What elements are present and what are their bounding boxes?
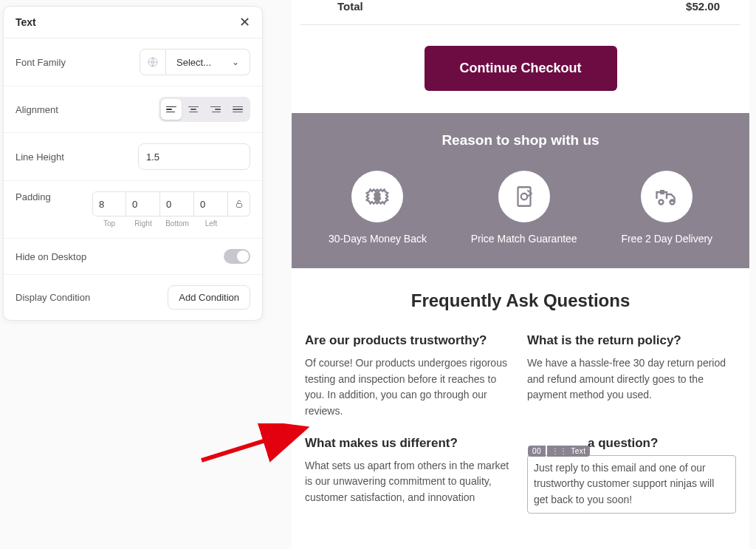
row-padding: Padding Top Right Bottom Left	[4, 181, 262, 239]
svg-line-7	[202, 429, 301, 460]
cta-row: Continue Checkout	[292, 25, 749, 113]
reason-price-match: Price Match Guarantee	[471, 171, 577, 245]
reason-label: Price Match Guarantee	[471, 233, 577, 245]
faq-item-selected[interactable]: a question? 00 ⋮⋮ Text Just reply to thi…	[527, 436, 736, 514]
total-row: Total $52.00	[300, 0, 740, 25]
alignment-group	[159, 97, 250, 122]
reasons-title: Reason to shop with us	[306, 132, 735, 149]
faq-item[interactable]: What is the return policy? We have a has…	[527, 333, 736, 420]
label-alignment: Alignment	[16, 104, 58, 115]
reason-money-back: $ 30-Days Money Back	[329, 171, 427, 245]
align-left-button[interactable]	[161, 99, 182, 120]
chevron-down-icon: ⌄	[232, 57, 239, 67]
delivery-icon	[641, 171, 693, 222]
total-label: Total	[337, 0, 363, 13]
email-preview: Total $52.00 Continue Checkout Reason to…	[292, 0, 749, 549]
faq-section: Frequently Ask Questions Are our product…	[292, 268, 749, 521]
add-condition-button[interactable]: Add Condition	[168, 285, 250, 310]
row-display-condition: Display Condition Add Condition	[4, 275, 262, 320]
faq-answer: Just reply to this email and one of our …	[534, 460, 729, 508]
padding-labels: Top Right Bottom Left	[92, 219, 250, 228]
close-icon[interactable]: ✕	[239, 14, 250, 30]
padding-inputs	[92, 191, 250, 216]
panel-title: Text	[16, 16, 36, 28]
padding-bottom-input[interactable]	[160, 191, 194, 216]
line-height-input[interactable]	[138, 143, 250, 170]
svg-rect-1	[236, 204, 241, 208]
label-padding: Padding	[16, 191, 51, 202]
label-font-family: Font Family	[16, 57, 66, 68]
label-line-height: Line Height	[16, 151, 64, 163]
reasons-section: Reason to shop with us $ 30-Days Money B…	[292, 113, 749, 268]
padding-top-input[interactable]	[92, 191, 126, 216]
faq-question: Are our products trustworthy?	[305, 333, 514, 348]
align-center-button[interactable]	[183, 99, 204, 120]
selection-tag[interactable]: 00 ⋮⋮ Text	[528, 446, 590, 457]
money-back-icon: $	[351, 171, 403, 222]
hide-desktop-toggle[interactable]	[224, 249, 250, 264]
price-match-icon	[498, 171, 550, 222]
faq-item[interactable]: Are our products trustworthy? Of course!…	[305, 333, 514, 420]
row-alignment: Alignment	[4, 86, 262, 133]
label-display-condition: Display Condition	[16, 292, 90, 303]
align-right-button[interactable]	[205, 99, 226, 120]
padding-left-input[interactable]	[194, 191, 228, 216]
faq-item[interactable]: What makes us different? What sets us ap…	[305, 436, 514, 514]
row-font-family: Font Family Select... ⌄	[4, 38, 262, 86]
svg-point-4	[520, 194, 527, 200]
panel-header: Text ✕	[4, 7, 262, 38]
continue-checkout-button[interactable]: Continue Checkout	[425, 46, 617, 91]
svg-point-5	[659, 200, 664, 205]
faq-answer: What sets us apart from others in the ma…	[305, 458, 514, 506]
faq-title: Frequently Ask Questions	[305, 290, 736, 311]
reason-label: 30-Days Money Back	[329, 233, 427, 245]
font-family-select[interactable]: Select... ⌄	[166, 49, 250, 75]
total-value: $52.00	[686, 0, 720, 13]
row-line-height: Line Height	[4, 133, 262, 181]
font-family-control: Select... ⌄	[140, 49, 250, 75]
svg-text:$: $	[374, 191, 380, 202]
faq-question: What makes us different?	[305, 436, 514, 451]
reason-label: Free 2 Day Delivery	[621, 233, 712, 245]
faq-answer: Of course! Our products undergoes rigoro…	[305, 355, 514, 420]
label-hide-desktop: Hide on Desktop	[16, 251, 86, 262]
svg-point-6	[670, 200, 675, 205]
faq-answer: We have a hassle-free 30 day return peri…	[527, 355, 736, 403]
font-family-placeholder: Select...	[176, 57, 211, 68]
row-hide-desktop: Hide on Desktop	[4, 239, 262, 275]
align-justify-button[interactable]	[227, 99, 248, 120]
selected-text-block[interactable]: 00 ⋮⋮ Text Just reply to this email and …	[527, 455, 736, 514]
faq-question: What is the return policy?	[527, 333, 736, 348]
reason-free-delivery: Free 2 Day Delivery	[621, 171, 712, 245]
padding-right-input[interactable]	[126, 191, 160, 216]
properties-panel: Text ✕ Font Family Select... ⌄ Alignment	[3, 6, 263, 321]
selection-label-chip[interactable]: ⋮⋮ Text	[547, 446, 590, 457]
globe-icon[interactable]	[140, 49, 166, 75]
drag-handle-icon[interactable]: ⋮⋮	[551, 447, 568, 455]
svg-rect-3	[518, 187, 530, 206]
selection-index: 00	[528, 446, 546, 457]
selection-label: Text	[571, 447, 585, 455]
padding-lock-icon[interactable]	[228, 191, 250, 216]
